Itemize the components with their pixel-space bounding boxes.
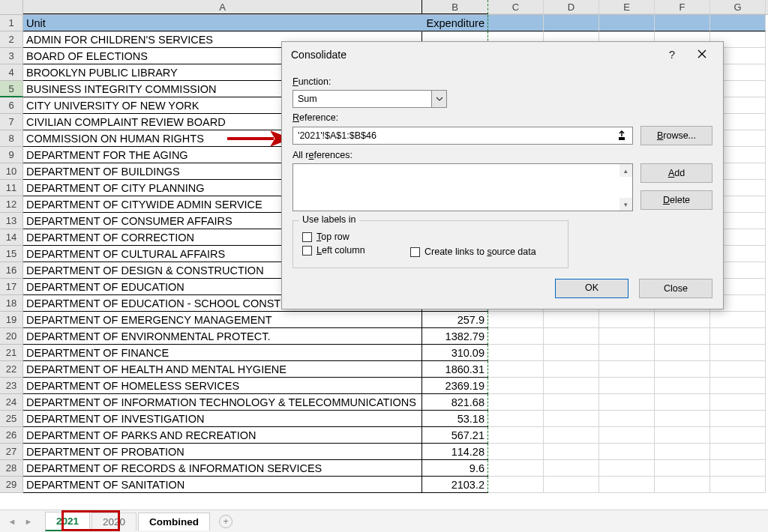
cell-C24[interactable] <box>488 394 544 411</box>
cell-C29[interactable] <box>488 477 544 493</box>
cell-G26[interactable] <box>710 427 766 444</box>
row-header[interactable]: 25 <box>0 411 23 427</box>
row-header[interactable]: 27 <box>0 444 23 460</box>
cell-D28[interactable] <box>544 460 599 477</box>
row-header[interactable]: 19 <box>0 312 23 328</box>
row-header[interactable]: 3 <box>0 48 23 64</box>
cell-E19[interactable] <box>599 312 655 328</box>
close-icon[interactable] <box>687 42 717 67</box>
cell-A25[interactable]: DEPARTMENT OF INVESTIGATION <box>23 411 422 427</box>
cell-F25[interactable] <box>655 411 710 427</box>
ok-button[interactable]: OK <box>555 279 628 298</box>
delete-button[interactable]: Delete <box>640 190 712 210</box>
close-button[interactable]: Close <box>639 279 712 298</box>
cell-F21[interactable] <box>655 345 710 361</box>
cell-C1[interactable] <box>488 15 544 31</box>
cell-D25[interactable] <box>544 411 599 427</box>
cell-C22[interactable] <box>488 361 544 378</box>
dialog-titlebar[interactable]: Consolidate ? <box>282 42 723 67</box>
scroll-up-icon[interactable]: ▴ <box>620 164 632 177</box>
col-header-G[interactable]: G <box>710 0 766 14</box>
cell-B28[interactable]: 9.6 <box>422 460 488 477</box>
row-header[interactable]: 29 <box>0 477 23 493</box>
sheet-tab-combined[interactable]: Combined <box>138 513 210 531</box>
cell-B23[interactable]: 2369.19 <box>422 378 488 394</box>
left-column-checkbox[interactable] <box>302 246 312 256</box>
cell-B24[interactable]: 821.68 <box>422 394 488 411</box>
add-sheet-button[interactable]: + <box>219 515 232 528</box>
row-header[interactable]: 15 <box>0 246 23 262</box>
cell-A29[interactable]: DEPARTMENT OF SANITATION <box>23 477 422 493</box>
cell-D22[interactable] <box>544 361 599 378</box>
row-header[interactable]: 11 <box>0 180 23 196</box>
row-header[interactable]: 2 <box>0 31 23 48</box>
cell-A28[interactable]: DEPARTMENT OF RECORDS & INFORMATION SERV… <box>23 460 422 477</box>
row-header[interactable]: 13 <box>0 213 23 229</box>
cell-C25[interactable] <box>488 411 544 427</box>
cell-D27[interactable] <box>544 444 599 460</box>
row-header[interactable]: 16 <box>0 262 23 279</box>
col-header-E[interactable]: E <box>599 0 655 14</box>
cell-E22[interactable] <box>599 361 655 378</box>
cell-F28[interactable] <box>655 460 710 477</box>
row-header[interactable]: 14 <box>0 229 23 246</box>
cell-F23[interactable] <box>655 378 710 394</box>
cell-G23[interactable] <box>710 378 766 394</box>
cell-B19[interactable]: 257.9 <box>422 312 488 328</box>
cell-E28[interactable] <box>599 460 655 477</box>
col-header-C[interactable]: C <box>488 0 544 14</box>
cell-E1[interactable] <box>599 15 655 31</box>
cell-A22[interactable]: DEPARTMENT OF HEALTH AND MENTAL HYGIENE <box>23 361 422 378</box>
cell-F22[interactable] <box>655 361 710 378</box>
row-header[interactable]: 28 <box>0 460 23 477</box>
cell-D1[interactable] <box>544 15 599 31</box>
cell-G29[interactable] <box>710 477 766 493</box>
cell-C21[interactable] <box>488 345 544 361</box>
cell-E23[interactable] <box>599 378 655 394</box>
cell-G19[interactable] <box>710 312 766 328</box>
cell-E21[interactable] <box>599 345 655 361</box>
tab-prev-icon[interactable]: ◄ <box>4 513 20 530</box>
row-header[interactable]: 10 <box>0 163 23 180</box>
cell-A27[interactable]: DEPARTMENT OF PROBATION <box>23 444 422 460</box>
cell-B1[interactable]: Expenditure <box>422 15 488 31</box>
reference-input[interactable] <box>298 130 616 141</box>
sheet-tab-2020[interactable]: 2020 <box>92 513 136 531</box>
row-header[interactable]: 20 <box>0 328 23 345</box>
select-all-corner[interactable] <box>0 0 23 14</box>
cell-B22[interactable]: 1860.31 <box>422 361 488 378</box>
row-header[interactable]: 22 <box>0 361 23 378</box>
cell-A19[interactable]: DEPARTMENT OF EMERGENCY MANAGEMENT <box>23 312 422 328</box>
cell-F27[interactable] <box>655 444 710 460</box>
sheet-tab-2021[interactable]: 2021 <box>45 512 90 531</box>
col-header-F[interactable]: F <box>655 0 710 14</box>
cell-C26[interactable] <box>488 427 544 444</box>
cell-G21[interactable] <box>710 345 766 361</box>
add-button[interactable]: Add <box>640 163 712 183</box>
cell-F20[interactable] <box>655 328 710 345</box>
cell-B20[interactable]: 1382.79 <box>422 328 488 345</box>
cell-D29[interactable] <box>544 477 599 493</box>
row-header[interactable]: 1 <box>0 15 23 31</box>
row-header[interactable]: 24 <box>0 394 23 411</box>
row-header[interactable]: 9 <box>0 147 23 163</box>
cell-B29[interactable]: 2103.2 <box>422 477 488 493</box>
col-header-B[interactable]: B <box>422 0 488 14</box>
cell-G22[interactable] <box>710 361 766 378</box>
cell-E25[interactable] <box>599 411 655 427</box>
cell-G28[interactable] <box>710 460 766 477</box>
row-header[interactable]: 21 <box>0 345 23 361</box>
row-header[interactable]: 23 <box>0 378 23 394</box>
row-header[interactable]: 26 <box>0 427 23 444</box>
row-header[interactable]: 18 <box>0 295 23 312</box>
cell-C23[interactable] <box>488 378 544 394</box>
cell-B21[interactable]: 310.09 <box>422 345 488 361</box>
cell-G25[interactable] <box>710 411 766 427</box>
all-references-list[interactable]: ▴ ▾ <box>292 163 633 211</box>
function-dropdown-button[interactable] <box>432 90 447 108</box>
cell-G20[interactable] <box>710 328 766 345</box>
cell-A21[interactable]: DEPARTMENT OF FINANCE <box>23 345 422 361</box>
cell-B27[interactable]: 114.28 <box>422 444 488 460</box>
cell-G24[interactable] <box>710 394 766 411</box>
cell-G1[interactable] <box>710 15 766 31</box>
